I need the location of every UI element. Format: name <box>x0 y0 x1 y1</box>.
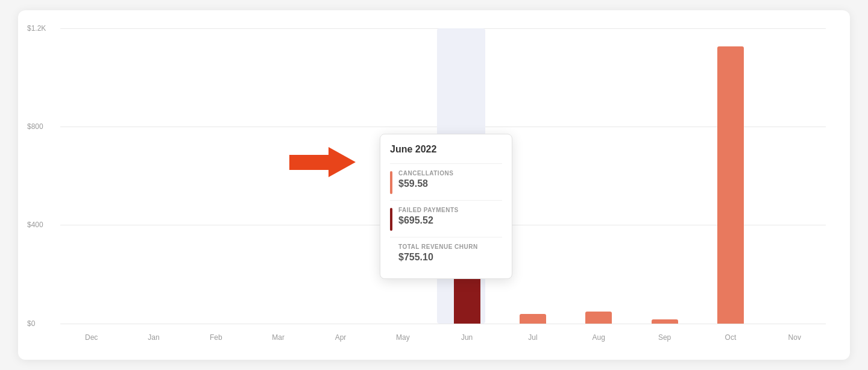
tooltip-row-total-churn: TOTAL REVENUE CHURN $755.10 <box>390 237 502 269</box>
bar-group-sep: Sep <box>652 319 678 324</box>
cancellations-value: $59.58 <box>398 178 453 189</box>
chart-area: $1.2K $800 $400 $0 Dec <box>60 28 826 324</box>
tooltip: June 2022 CANCELLATIONS $59.58 FAILED PA… <box>380 134 512 279</box>
total-churn-content: TOTAL REVENUE CHURN $755.10 <box>390 243 478 263</box>
x-label-feb: Feb <box>210 333 222 342</box>
tooltip-row-failed-payments: FAILED PAYMENTS $695.52 <box>390 200 502 237</box>
failed-payments-content: FAILED PAYMENTS $695.52 <box>398 207 459 226</box>
arrow-icon <box>289 146 356 179</box>
bar-oct <box>717 46 744 324</box>
gridline-0: $0 <box>60 324 826 324</box>
tooltip-row-cancellations: CANCELLATIONS $59.58 <box>390 163 502 200</box>
failed-payments-label: FAILED PAYMENTS <box>398 207 459 213</box>
chart-container: $1.2K $800 $400 $0 Dec <box>18 10 850 360</box>
total-churn-value: $755.10 <box>398 252 478 263</box>
svg-marker-0 <box>289 147 356 177</box>
x-label-jun: Jun <box>461 333 473 342</box>
cancellations-indicator <box>390 171 392 194</box>
y-label-400: $400 <box>27 221 43 229</box>
bar-aug <box>585 312 612 324</box>
y-label-800: $800 <box>27 122 43 131</box>
y-label-0: $0 <box>27 319 35 328</box>
cancellations-content: CANCELLATIONS $59.58 <box>398 170 453 189</box>
bar-jul <box>520 314 546 324</box>
tooltip-title: June 2022 <box>390 144 502 155</box>
arrow-annotation <box>289 146 356 181</box>
x-label-oct: Oct <box>725 333 737 342</box>
x-label-aug: Aug <box>593 333 605 342</box>
bar-group-jul: Jul <box>520 314 546 324</box>
x-label-sep: Sep <box>658 333 671 342</box>
x-label-apr: Apr <box>335 333 347 342</box>
x-label-may: May <box>396 333 410 342</box>
failed-payments-indicator <box>390 208 392 231</box>
x-label-mar: Mar <box>272 333 285 342</box>
bar-group-aug: Aug <box>585 312 612 324</box>
bar-group-oct: Oct <box>717 46 744 324</box>
cancellations-label: CANCELLATIONS <box>398 170 453 177</box>
total-churn-label: TOTAL REVENUE CHURN <box>398 243 478 250</box>
x-label-nov: Nov <box>788 333 801 342</box>
x-label-jul: Jul <box>528 333 537 342</box>
y-label-1200: $1.2K <box>27 24 46 33</box>
x-label-dec: Dec <box>85 333 98 342</box>
bar-sep <box>652 319 678 324</box>
failed-payments-value: $695.52 <box>398 215 459 226</box>
x-label-jan: Jan <box>148 333 159 342</box>
